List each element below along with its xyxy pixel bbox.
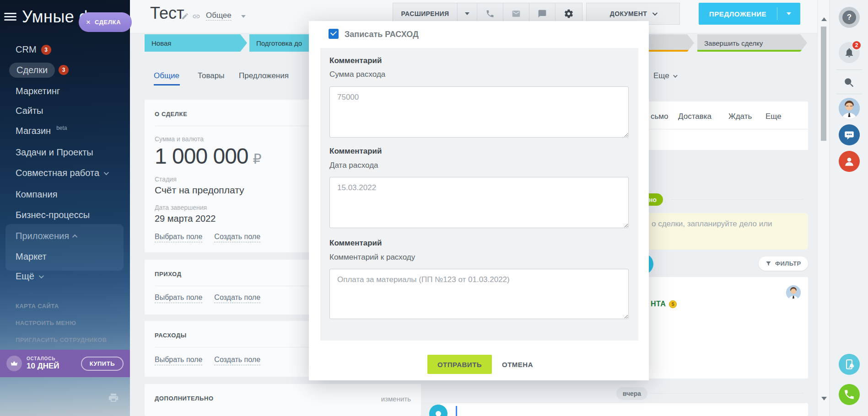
sidebar-item-collab[interactable]: Совместная работа bbox=[16, 168, 108, 178]
expense-amount-input[interactable]: 75000 bbox=[329, 86, 629, 138]
sidebar-item-label: Компания bbox=[16, 189, 58, 200]
beta-tag: beta bbox=[56, 125, 67, 131]
sidebar-item-market[interactable]: Маркет bbox=[16, 251, 47, 262]
sidebar-item-label: Маркет bbox=[16, 251, 47, 262]
filter-button[interactable]: ФИЛЬТР bbox=[759, 256, 808, 271]
sidebar-item-crm[interactable]: CRM 3 bbox=[16, 44, 51, 55]
caret-down-icon bbox=[787, 12, 791, 15]
stage-close-deal[interactable]: Завершить сделку bbox=[697, 34, 807, 52]
notifications-button[interactable]: 2 bbox=[839, 42, 860, 63]
dialog-form-panel: Комментарий Сумма расхода 75000 Коммента… bbox=[320, 48, 638, 341]
activity-tab-more[interactable]: Еще bbox=[766, 112, 785, 121]
select-field-link[interactable]: Выбрать поле bbox=[155, 233, 202, 242]
edit-title-icon[interactable] bbox=[181, 12, 189, 22]
field-sublabel: Сумма расхода bbox=[329, 70, 385, 79]
activity-tab-wait[interactable]: Ждать bbox=[728, 112, 752, 121]
close-icon[interactable]: × bbox=[86, 18, 91, 26]
mobile-app-button[interactable] bbox=[839, 354, 860, 375]
gear-icon bbox=[564, 9, 574, 19]
tab-general[interactable]: Общие bbox=[154, 71, 179, 80]
active-tab-underline bbox=[154, 84, 180, 85]
create-field-link[interactable]: Создать поле bbox=[214, 233, 260, 242]
scrollbar-thumb[interactable] bbox=[821, 27, 826, 141]
copy-link-icon[interactable] bbox=[192, 12, 200, 22]
activity-tab-delivery[interactable]: Доставка bbox=[678, 112, 712, 121]
search-icon bbox=[843, 77, 855, 89]
deals-counter: 3 bbox=[59, 65, 69, 75]
sidebar-item-bizproc[interactable]: Бизнес-процессы bbox=[16, 210, 90, 220]
expense-comment-input[interactable]: Оплата за материалы (ПП №123 от 01.03.20… bbox=[329, 269, 629, 319]
phone-icon bbox=[843, 389, 855, 400]
chevron-down-icon bbox=[652, 11, 658, 16]
dialog-title: Записать РАСХОД bbox=[345, 30, 419, 39]
sidebar-item-company[interactable]: Компания bbox=[16, 189, 58, 200]
tab-proposals[interactable]: Предложения bbox=[239, 71, 289, 80]
right-icon-bar: ? 2 bbox=[829, 0, 868, 416]
accent-line bbox=[456, 406, 457, 416]
notification-count-badge: 2 bbox=[852, 40, 862, 50]
category-dropdown[interactable]: Общее bbox=[206, 11, 232, 21]
tab-products[interactable]: Товары bbox=[198, 71, 224, 80]
sidebar-item-marketing[interactable]: Маркетинг bbox=[16, 86, 60, 96]
extensions-label: РАСШИРЕНИЯ bbox=[401, 10, 449, 17]
configure-menu-link[interactable]: НАСТРОИТЬ МЕНЮ bbox=[16, 320, 76, 326]
amount-label: Сумма и валюта bbox=[155, 135, 204, 143]
question-icon: ? bbox=[842, 11, 856, 24]
create-field-link[interactable]: Создать поле bbox=[214, 356, 260, 365]
group-chat-button[interactable] bbox=[839, 124, 860, 145]
proposal-label: ПРЕДЛОЖЕНИЕ bbox=[699, 10, 777, 18]
stage-label: Подготовка до bbox=[256, 39, 302, 47]
crown-icon bbox=[6, 356, 22, 371]
sitemap-link[interactable]: КАРТА САЙТА bbox=[16, 303, 59, 309]
timeline-next-card bbox=[440, 403, 808, 416]
select-field-link[interactable]: Выбрать поле bbox=[155, 356, 202, 365]
amount-number: 1 000 000 bbox=[155, 144, 248, 168]
cancel-button[interactable]: ОТМЕНА bbox=[502, 355, 533, 374]
divider bbox=[836, 69, 862, 70]
help-button[interactable]: ? bbox=[839, 7, 860, 28]
scroll-up-arrow[interactable] bbox=[821, 17, 827, 21]
sidebar-item-shop[interactable]: Магазин beta bbox=[16, 126, 67, 136]
sidebar-item-label: Сайты bbox=[16, 106, 43, 116]
sidebar-item-apps[interactable]: Приложения bbox=[16, 231, 77, 241]
contact-center-button[interactable] bbox=[839, 151, 860, 172]
chevron-up-icon bbox=[72, 234, 77, 239]
chevron-down-icon bbox=[104, 170, 109, 175]
edit-link[interactable]: изменить bbox=[381, 395, 411, 403]
user-avatar[interactable] bbox=[839, 98, 860, 119]
printer-icon[interactable] bbox=[108, 392, 119, 405]
document-label: ДОКУМЕНТ bbox=[610, 10, 647, 17]
divider bbox=[671, 199, 803, 200]
submit-button[interactable]: ОТПРАВИТЬ bbox=[427, 355, 492, 374]
trial-banner: ОСТАЛОСЬ 10 ДНЕЙ КУПИТЬ bbox=[0, 350, 130, 377]
chat-icon bbox=[538, 9, 547, 18]
field-links: Выбрать поле Создать поле bbox=[155, 233, 260, 242]
deal-chip[interactable]: × СДЕЛКА bbox=[79, 12, 132, 32]
select-field-link[interactable]: Выбрать поле bbox=[155, 293, 202, 303]
avatar bbox=[786, 285, 801, 300]
invite-employees-link[interactable]: ПРИГЛАСИТЬ СОТРУДНИКОВ bbox=[16, 336, 107, 343]
scrollbar[interactable] bbox=[817, 0, 829, 416]
field-sublabel: Комментарий к расходу bbox=[329, 253, 415, 262]
scroll-down-arrow[interactable] bbox=[821, 397, 827, 400]
stage-new[interactable]: Новая bbox=[145, 34, 247, 52]
sidebar-item-tasks[interactable]: Задачи и Проекты bbox=[16, 147, 93, 158]
filter-label: ФИЛЬТР bbox=[775, 260, 801, 267]
proposal-button[interactable]: ПРЕДЛОЖЕНИЕ bbox=[699, 3, 800, 25]
record-expense-checkbox[interactable] bbox=[329, 29, 339, 39]
expense-date-input[interactable]: 15.03.2022 bbox=[329, 177, 629, 228]
buy-button[interactable]: КУПИТЬ bbox=[81, 357, 124, 371]
hamburger-menu-icon[interactable] bbox=[4, 13, 16, 21]
create-field-link[interactable]: Создать поле bbox=[214, 293, 260, 303]
proposal-caret-button[interactable] bbox=[777, 12, 800, 15]
sidebar-item-sites[interactable]: Сайты bbox=[16, 106, 43, 116]
activity-tab-letter[interactable]: сьмо bbox=[651, 112, 669, 121]
telephony-button[interactable] bbox=[839, 384, 860, 405]
search-button[interactable] bbox=[839, 72, 860, 93]
field-label: Комментарий bbox=[329, 239, 382, 248]
tab-more[interactable]: Еще bbox=[653, 71, 676, 80]
entry-title-text: НТА bbox=[651, 300, 666, 308]
section-title: РАСХОДЫ bbox=[155, 332, 187, 339]
sidebar-item-more[interactable]: Ещё bbox=[16, 271, 43, 282]
sidebar-item-deals[interactable]: Сделки bbox=[9, 63, 55, 78]
